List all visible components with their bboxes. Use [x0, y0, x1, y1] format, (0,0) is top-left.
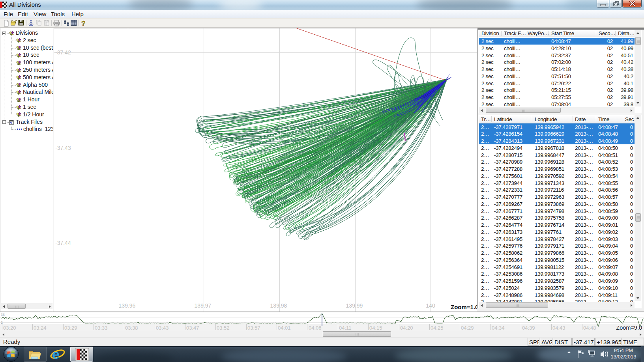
svg-text:-37.42: -37.42: [55, 49, 71, 56]
svg-text:36: 36: [1, 313, 5, 317]
svg-text:e: e: [52, 347, 60, 362]
svg-text:Zoom=1.0: Zoom=1.0: [451, 304, 477, 310]
svg-text:?: ?: [81, 20, 85, 27]
svg-text:139.96: 139.96: [119, 302, 136, 309]
svg-text:140: 140: [426, 302, 435, 309]
svg-text:139.98: 139.98: [270, 302, 287, 309]
svg-text:-37.43: -37.43: [55, 145, 71, 151]
svg-text:-37.44: -37.44: [55, 240, 71, 246]
svg-text:139.97: 139.97: [195, 302, 212, 309]
svg-text:139.99: 139.99: [346, 302, 363, 309]
